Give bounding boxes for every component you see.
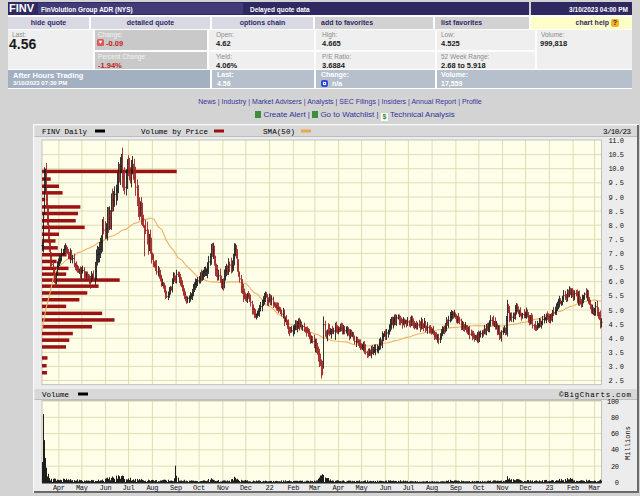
svg-text:3.0: 3.0: [609, 363, 625, 371]
svg-text:Oct: Oct: [473, 484, 485, 492]
svg-text:May: May: [356, 484, 368, 492]
svg-text:60: 60: [611, 430, 619, 438]
svg-text:Jul: Jul: [402, 484, 414, 492]
svg-text:Nov: Nov: [217, 484, 229, 492]
svg-text:Oct: Oct: [193, 484, 205, 492]
svg-text:40: 40: [611, 446, 619, 454]
svg-text:Dec: Dec: [240, 484, 252, 492]
svg-text:Nov: Nov: [497, 484, 509, 492]
svg-text:11.0: 11.0: [609, 137, 625, 145]
svg-text:6.5: 6.5: [609, 264, 625, 272]
svg-text:May: May: [76, 484, 88, 492]
svg-text:9.5: 9.5: [609, 179, 625, 187]
svg-text:5.5: 5.5: [609, 292, 625, 300]
svg-text:9.0: 9.0: [609, 194, 625, 202]
svg-text:10.0: 10.0: [609, 165, 625, 173]
svg-text:Mar: Mar: [589, 484, 601, 492]
svg-text:8.5: 8.5: [609, 208, 625, 216]
svg-text:Aug: Aug: [426, 484, 438, 492]
svg-text:Dec: Dec: [520, 484, 532, 492]
svg-text:Sep: Sep: [450, 484, 462, 492]
svg-text:Sep: Sep: [170, 484, 182, 492]
svg-text:Feb: Feb: [287, 484, 299, 492]
svg-text:10.5: 10.5: [609, 151, 625, 159]
svg-text:22: 22: [266, 484, 274, 492]
svg-text:3.5: 3.5: [609, 349, 625, 357]
svg-text:0: 0: [615, 479, 619, 487]
svg-text:Apr: Apr: [333, 484, 345, 492]
svg-text:6.0: 6.0: [609, 278, 625, 286]
svg-text:7.5: 7.5: [609, 236, 625, 244]
svg-text:Apr: Apr: [53, 484, 65, 492]
svg-text:Jun: Jun: [379, 484, 391, 492]
svg-text:©BigCharts.com: ©BigCharts.com: [559, 391, 631, 399]
svg-text:3/10/23: 3/10/23: [603, 128, 631, 136]
svg-text:4.0: 4.0: [609, 335, 625, 343]
svg-text:Jun: Jun: [100, 484, 112, 492]
svg-text:Aug: Aug: [146, 484, 158, 492]
svg-text:100: 100: [607, 398, 619, 406]
svg-text:80: 80: [611, 414, 619, 422]
svg-text:FINV Daily: FINV Daily: [42, 128, 87, 136]
svg-text:SMA(50): SMA(50): [263, 128, 295, 136]
svg-text:Millions: Millions: [624, 426, 632, 460]
svg-text:7.0: 7.0: [609, 250, 625, 258]
svg-text:Volume: Volume: [42, 391, 69, 399]
svg-text:20: 20: [611, 463, 619, 471]
svg-text:Feb: Feb: [567, 484, 579, 492]
svg-text:8.0: 8.0: [609, 222, 625, 230]
svg-text:Volume by Price: Volume by Price: [141, 128, 208, 136]
svg-text:2.5: 2.5: [609, 377, 625, 385]
svg-text:4.5: 4.5: [609, 321, 625, 329]
svg-text:23: 23: [545, 484, 553, 492]
svg-text:Mar: Mar: [309, 484, 321, 492]
svg-text:5.0: 5.0: [609, 307, 625, 315]
svg-text:Jul: Jul: [123, 484, 135, 492]
